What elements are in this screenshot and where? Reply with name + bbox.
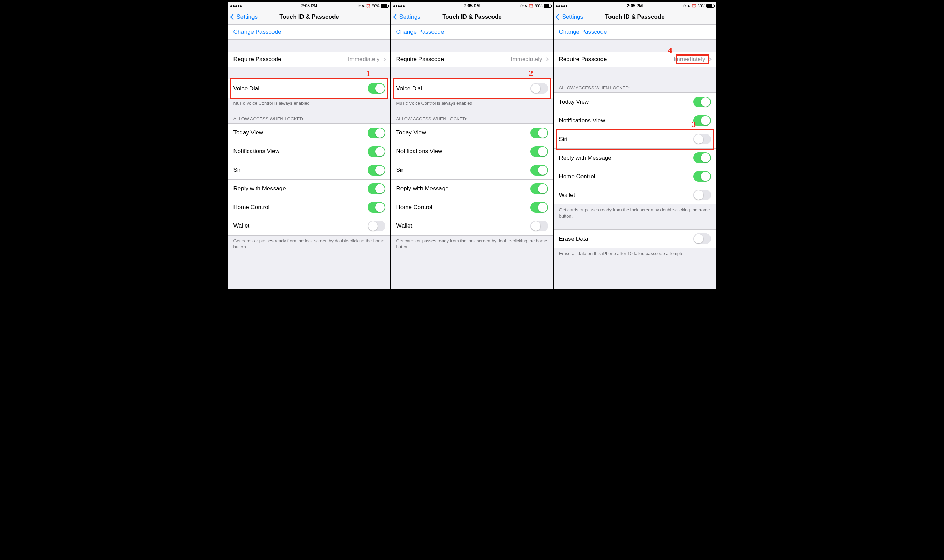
reply-message-row[interactable]: Reply with Message bbox=[228, 180, 390, 198]
siri-toggle[interactable] bbox=[530, 165, 548, 175]
content-scroll[interactable]: Change Passcode Require Passcode Immedia… bbox=[391, 25, 553, 289]
back-button[interactable]: Settings bbox=[231, 14, 258, 20]
today-view-row[interactable]: Today View bbox=[391, 123, 553, 142]
today-view-row[interactable]: Today View bbox=[228, 123, 390, 142]
allow-access-header: ALLOW ACCESS WHEN LOCKED: bbox=[228, 110, 390, 123]
status-time: 2:05 PM bbox=[391, 3, 553, 8]
wallet-row[interactable]: Wallet bbox=[554, 186, 716, 205]
home-control-toggle[interactable] bbox=[368, 202, 385, 213]
require-passcode-value: Immediately bbox=[511, 56, 548, 63]
chevron-right-icon bbox=[707, 57, 711, 61]
require-passcode-value: Immediately bbox=[674, 56, 711, 63]
chevron-left-icon bbox=[230, 14, 236, 20]
nav-bar: Settings Touch ID & Passcode bbox=[554, 9, 716, 25]
today-view-toggle[interactable] bbox=[693, 97, 711, 107]
voice-dial-toggle[interactable] bbox=[530, 83, 548, 94]
screen-2: 2:05 PM ⟳ ➤ ⏰ 80% Settings Touch ID & Pa… bbox=[391, 2, 553, 289]
siri-row[interactable]: Siri bbox=[228, 161, 390, 180]
battery-icon bbox=[544, 4, 551, 8]
require-passcode-row[interactable]: Require Passcode Immediately bbox=[391, 52, 553, 67]
today-view-toggle[interactable] bbox=[368, 128, 385, 138]
wallet-toggle[interactable] bbox=[368, 221, 385, 231]
back-button[interactable]: Settings bbox=[394, 14, 420, 20]
reply-message-toggle[interactable] bbox=[368, 183, 385, 194]
erase-footer: Erase all data on this iPhone after 10 f… bbox=[554, 248, 716, 260]
wallet-footer: Get cards or passes ready from the lock … bbox=[554, 205, 716, 222]
status-time: 2:05 PM bbox=[554, 3, 716, 8]
home-control-row[interactable]: Home Control bbox=[391, 198, 553, 217]
voice-dial-footer: Music Voice Control is always enabled. bbox=[391, 98, 553, 110]
status-bar: 2:05 PM ⟳ ➤ ⏰ 80% bbox=[554, 2, 716, 9]
wallet-footer: Get cards or passes ready from the lock … bbox=[228, 235, 390, 254]
screen-3: 2:05 PM ⟳ ➤ ⏰ 80% Settings Touch ID & Pa… bbox=[554, 2, 716, 289]
notifications-view-toggle[interactable] bbox=[368, 146, 385, 157]
nav-bar: Settings Touch ID & Passcode bbox=[228, 9, 390, 25]
status-bar: 2:05 PM ⟳ ➤ ⏰ 80% bbox=[391, 2, 553, 9]
chevron-right-icon bbox=[382, 57, 386, 61]
home-control-toggle[interactable] bbox=[530, 202, 548, 213]
reply-message-row[interactable]: Reply with Message bbox=[391, 180, 553, 198]
siri-row[interactable]: Siri bbox=[554, 130, 716, 149]
chevron-left-icon bbox=[556, 14, 562, 20]
reply-message-row[interactable]: Reply with Message bbox=[554, 149, 716, 167]
wallet-toggle[interactable] bbox=[530, 221, 548, 231]
erase-data-row[interactable]: Erase Data bbox=[554, 229, 716, 248]
home-control-row[interactable]: Home Control bbox=[554, 167, 716, 186]
chevron-right-icon bbox=[545, 57, 548, 61]
home-control-row[interactable]: Home Control bbox=[228, 198, 390, 217]
siri-toggle[interactable] bbox=[693, 134, 711, 145]
back-label: Settings bbox=[562, 14, 583, 20]
siri-row[interactable]: Siri bbox=[391, 161, 553, 180]
require-passcode-row[interactable]: Require Passcode Immediately bbox=[554, 52, 716, 67]
wallet-toggle[interactable] bbox=[693, 190, 711, 200]
change-passcode-row[interactable]: Change Passcode bbox=[228, 25, 390, 40]
voice-dial-toggle[interactable] bbox=[368, 83, 385, 94]
require-passcode-value: Immediately bbox=[348, 56, 385, 63]
reply-message-toggle[interactable] bbox=[530, 183, 548, 194]
notifications-view-row[interactable]: Notifications View bbox=[391, 142, 553, 161]
notifications-view-toggle[interactable] bbox=[693, 115, 711, 126]
voice-dial-footer: Music Voice Control is always enabled. bbox=[228, 98, 390, 110]
back-label: Settings bbox=[399, 14, 420, 20]
today-view-toggle[interactable] bbox=[530, 128, 548, 138]
notifications-view-row[interactable]: Notifications View bbox=[554, 111, 716, 130]
screen-1: 2:05 PM ⟳ ➤ ⏰ 80% Settings Touch ID & Pa… bbox=[228, 2, 390, 289]
wallet-footer: Get cards or passes ready from the lock … bbox=[391, 235, 553, 254]
chevron-left-icon bbox=[393, 14, 399, 20]
today-view-row[interactable]: Today View bbox=[554, 92, 716, 111]
change-passcode-row[interactable]: Change Passcode bbox=[554, 25, 716, 40]
voice-dial-row[interactable]: Voice Dial bbox=[228, 79, 390, 98]
erase-data-toggle[interactable] bbox=[693, 234, 711, 244]
nav-bar: Settings Touch ID & Passcode bbox=[391, 9, 553, 25]
voice-dial-row[interactable]: Voice Dial bbox=[391, 79, 553, 98]
content-scroll[interactable]: Change Passcode Require Passcode Immedia… bbox=[228, 25, 390, 289]
require-passcode-row[interactable]: Require Passcode Immediately bbox=[228, 52, 390, 67]
wallet-row[interactable]: Wallet bbox=[391, 217, 553, 235]
notifications-view-row[interactable]: Notifications View bbox=[228, 142, 390, 161]
home-control-toggle[interactable] bbox=[693, 171, 711, 182]
battery-icon bbox=[381, 4, 388, 8]
reply-message-toggle[interactable] bbox=[693, 152, 711, 163]
status-time: 2:05 PM bbox=[228, 3, 390, 8]
allow-access-header: ALLOW ACCESS WHEN LOCKED: bbox=[391, 110, 553, 123]
status-bar: 2:05 PM ⟳ ➤ ⏰ 80% bbox=[228, 2, 390, 9]
back-button[interactable]: Settings bbox=[557, 14, 583, 20]
siri-toggle[interactable] bbox=[368, 165, 385, 175]
notifications-view-toggle[interactable] bbox=[530, 146, 548, 157]
change-passcode-row[interactable]: Change Passcode bbox=[391, 25, 553, 40]
back-label: Settings bbox=[237, 14, 258, 20]
battery-icon bbox=[706, 4, 714, 8]
allow-access-header: ALLOW ACCESS WHEN LOCKED: bbox=[554, 79, 716, 92]
content-scroll[interactable]: Change Passcode Require Passcode Immedia… bbox=[554, 25, 716, 289]
wallet-row[interactable]: Wallet bbox=[228, 217, 390, 235]
